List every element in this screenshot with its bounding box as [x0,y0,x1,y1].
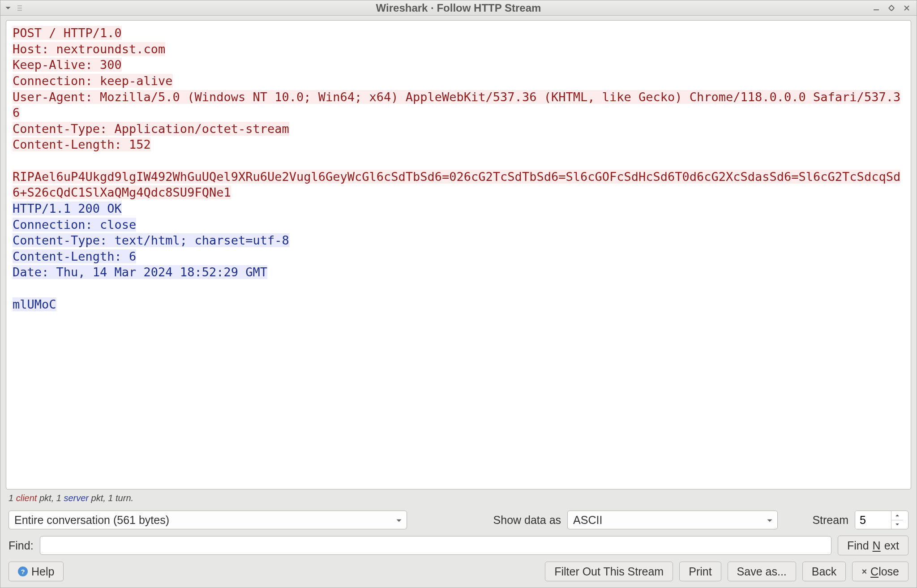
request-block: POST / HTTP/1.0 Host: nextroundst.com Ke… [13,26,900,199]
back-button[interactable]: Back [802,562,846,581]
close-icon[interactable] [902,4,911,13]
stream-label: Stream [812,514,848,527]
print-button[interactable]: Print [679,562,721,581]
content-area: POST / HTTP/1.0 Host: nextroundst.com Ke… [0,16,917,588]
svg-rect-0 [874,9,879,10]
titlebar: Wireshark · Follow HTTP Stream [0,0,917,16]
stream-step-up[interactable] [891,511,903,520]
close-x-icon: × [861,567,867,577]
window-root: Wireshark · Follow HTTP Stream POST / HT… [0,0,917,588]
chevron-down-icon [396,514,402,527]
controls-row-1: Entire conversation (561 bytes) Show dat… [6,509,911,531]
window-title: Wireshark · Follow HTTP Stream [0,2,917,14]
show-data-as-label: Show data as [493,514,561,527]
filter-out-stream-button[interactable]: Filter Out This Stream [545,562,673,581]
stream-number-input[interactable] [855,511,891,529]
conversation-combo[interactable]: Entire conversation (561 bytes) [9,511,407,529]
titlebar-grip [17,4,22,12]
response-block: HTTP/1.1 200 OK Connection: close Conten… [13,202,289,311]
stream-number-stepper[interactable] [855,511,908,529]
show-data-as-combo[interactable]: ASCII [567,511,778,529]
window-controls [872,4,911,13]
minimize-icon[interactable] [872,4,881,13]
conversation-combo-value: Entire conversation (561 bytes) [9,514,407,527]
packet-count-status: 1 client pkt, 1 server pkt, 1 turn. [6,492,911,506]
help-icon: ? [18,567,28,576]
http-stream-text[interactable]: POST / HTTP/1.0 Host: nextroundst.com Ke… [6,20,911,489]
find-label: Find: [9,539,34,552]
chevron-down-icon [767,514,773,527]
find-row: Find: Find Next [6,534,911,557]
window-menu-dropdown[interactable] [3,3,13,13]
help-button[interactable]: ? Help [9,562,64,581]
save-as-button[interactable]: Save as... [728,562,796,581]
close-button[interactable]: × Close [852,562,908,581]
bottom-button-row: ? Help Filter Out This Stream Print Save… [6,560,911,583]
stream-step-down[interactable] [891,520,903,529]
show-data-as-value: ASCII [568,514,777,527]
maximize-icon[interactable] [887,4,896,13]
find-input[interactable] [40,536,831,555]
find-next-button[interactable]: Find Next [838,536,908,555]
